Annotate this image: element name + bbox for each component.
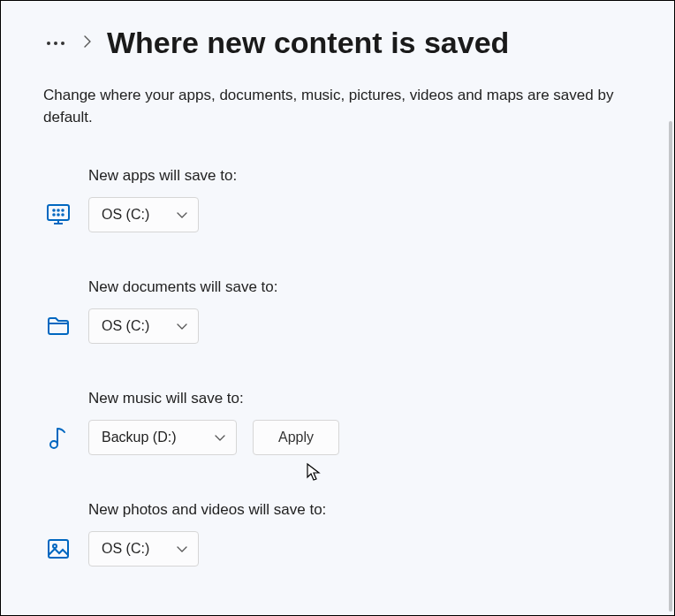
section-apps: New apps will save to: OS (C:) bbox=[43, 167, 632, 232]
chevron-down-icon bbox=[177, 318, 187, 334]
page-title: Where new content is saved bbox=[107, 26, 509, 60]
folder-icon bbox=[43, 312, 72, 341]
section-documents: New documents will save to: OS (C:) bbox=[43, 278, 632, 344]
label-photos: New photos and videos will save to: bbox=[88, 501, 632, 519]
section-music: New music will save to: Backup (D:) Appl… bbox=[43, 390, 632, 455]
dropdown-apps[interactable]: OS (C:) bbox=[88, 197, 199, 232]
svg-point-5 bbox=[62, 209, 64, 211]
settings-panel: Where new content is saved Change where … bbox=[1, 1, 674, 616]
music-note-icon bbox=[43, 423, 72, 452]
svg-rect-12 bbox=[49, 540, 68, 558]
dropdown-music[interactable]: Backup (D:) bbox=[88, 420, 237, 455]
chevron-right-icon bbox=[82, 34, 93, 52]
dropdown-value: OS (C:) bbox=[102, 541, 149, 557]
chevron-down-icon bbox=[177, 541, 187, 557]
dropdown-photos[interactable]: OS (C:) bbox=[88, 531, 199, 567]
more-icon[interactable] bbox=[43, 38, 68, 49]
svg-point-3 bbox=[53, 209, 55, 211]
dropdown-documents[interactable]: OS (C:) bbox=[88, 308, 199, 344]
svg-point-13 bbox=[53, 544, 57, 548]
svg-point-6 bbox=[53, 214, 55, 216]
apply-label: Apply bbox=[278, 430, 314, 445]
svg-rect-0 bbox=[48, 205, 69, 220]
monitor-icon bbox=[43, 201, 72, 230]
dropdown-value: OS (C:) bbox=[102, 318, 149, 334]
breadcrumb: Where new content is saved bbox=[43, 26, 632, 60]
chevron-down-icon bbox=[215, 430, 225, 445]
label-music: New music will save to: bbox=[88, 390, 632, 407]
scrollbar[interactable] bbox=[669, 121, 672, 612]
svg-point-4 bbox=[57, 209, 59, 211]
svg-point-7 bbox=[57, 214, 59, 216]
dropdown-value: Backup (D:) bbox=[102, 430, 176, 445]
svg-point-8 bbox=[62, 214, 64, 216]
chevron-down-icon bbox=[177, 207, 187, 223]
svg-point-10 bbox=[50, 441, 57, 448]
section-photos: New photos and videos will save to: OS (… bbox=[43, 501, 632, 567]
dropdown-value: OS (C:) bbox=[102, 207, 149, 223]
label-documents: New documents will save to: bbox=[88, 278, 632, 296]
label-apps: New apps will save to: bbox=[88, 167, 632, 185]
apply-button[interactable]: Apply bbox=[253, 420, 339, 455]
page-description: Change where your apps, documents, music… bbox=[43, 85, 626, 128]
image-icon bbox=[43, 535, 72, 564]
